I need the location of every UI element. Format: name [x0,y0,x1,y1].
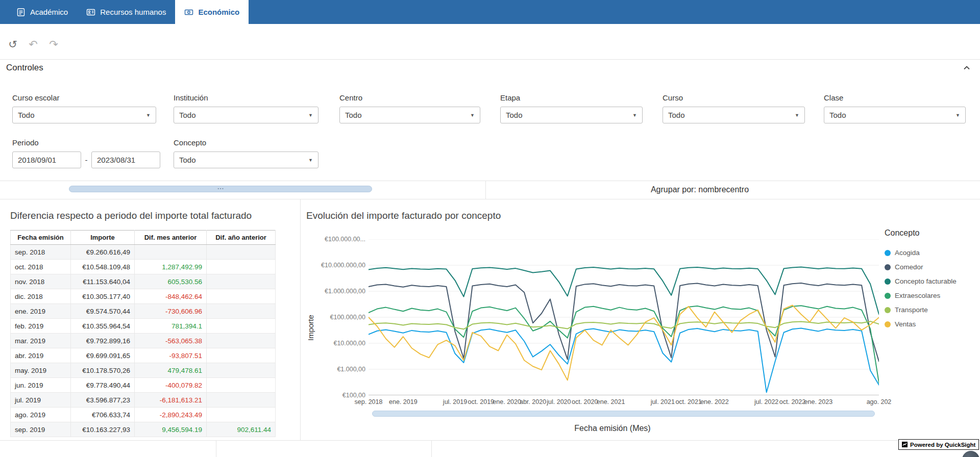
cell-importe: €10.548.109,48 [71,260,135,274]
y-axis-label: €1.000,00 [286,365,365,373]
table-row: abr. 2019€9.699.091,65-93,807.51 [11,348,276,363]
powered-by-quicksight-badge[interactable]: Powered by QuickSight [898,439,979,450]
legend-label: Transporte [895,306,928,314]
dropdown-value: Todo [668,111,685,119]
legend-item-transporte[interactable]: Transporte [885,306,979,314]
filter-institucion: InstituciónTodo▼ [174,93,318,123]
chevron-down-icon: ▼ [146,113,151,118]
table-row: ene. 2019€9.574.570,44-730,606.96 [11,304,276,319]
table-row: jun. 2019€9.778.490,44-400,079.82 [11,378,276,393]
legend-title: Concepto [885,229,979,238]
y-axis-label: €100.000,00 [286,313,365,321]
filter-centro: CentroTodo▼ [339,93,480,123]
filter-concepto: ConceptoTodo▼ [174,138,318,168]
x-axis-label: jul. 2021 [651,398,675,405]
quicksight-mascot-button[interactable] [962,451,979,457]
cell-fecha: sep. 2018 [11,245,71,260]
filter-label: Curso escolar [12,93,156,102]
cell-dif-mes: -563,065.38 [135,334,207,348]
legend-item-acogida[interactable]: Acogida [885,249,979,257]
series-line-ventas[interactable] [369,305,879,380]
column-header-importe[interactable]: Importe [71,231,135,245]
divider [0,199,980,199]
cell-dif-mes: 479,478.61 [135,363,207,378]
horizontal-scrollbar[interactable]: ⋯ [69,186,372,192]
cell-dif-mes: 781,394.1 [135,319,207,334]
chevron-down-icon: ▼ [955,113,960,118]
column-header-fecha-emision[interactable]: Fecha emisión [11,231,71,245]
column-header-dif-ano-anterior[interactable]: Dif. año anterior [207,231,276,245]
filter-label: Etapa [500,93,643,102]
column-header-dif-mes-anterior[interactable]: Dif. mes anterior [135,231,207,245]
x-axis-label: oct. 2021 [675,398,701,405]
x-axis-label: jul. 2022 [754,398,778,405]
cell-dif-mes: -400,079.82 [135,378,207,393]
x-axis-label: ene. 2023 [804,398,833,405]
legend-label: Comedor [895,263,923,271]
reset-icon[interactable]: ↺ [5,37,20,52]
dropdown-value: Todo [345,111,362,119]
cell-dif-ano: 902,611.44 [207,422,276,437]
cell-dif-ano [207,408,276,422]
cell-fecha: sep. 2019 [11,422,71,437]
legend-item-comedor[interactable]: Comedor [885,263,979,271]
powered-by-label: Powered by QuickSight [910,442,975,448]
tab-academico[interactable]: Académico [7,0,77,24]
x-axis-label: oct. 2022 [779,398,805,405]
legend-dot [885,278,891,285]
dropdown-etapa[interactable]: Todo▼ [500,107,643,123]
divider [0,59,980,60]
tab-bar: AcadémicoRecursos humanosEconómico [0,0,980,24]
table-row: jul. 2019€3.596.877,23-6,181,613.21 [11,393,276,408]
cell-dif-ano [207,304,276,319]
period-separator: - [84,156,88,164]
legend-label: Ventas [895,320,916,328]
redo-icon[interactable]: ↷ [46,37,61,52]
table-row: dic. 2018€10.305.177,40-848,462.64 [11,289,276,304]
period-end-input[interactable] [91,151,160,168]
cell-importe: €10.178.570,26 [71,363,135,378]
legend-item-extraescolares[interactable]: Extraescolares [885,292,979,299]
x-axis-label: jul. 2020 [547,398,571,405]
dropdown-value: Todo [18,111,35,119]
table-row: sep. 2018€9.260.616,49 [11,245,276,260]
legend-dot [885,321,891,327]
legend-item-ventas[interactable]: Ventas [885,320,979,328]
cell-dif-ano [207,319,276,334]
cell-importe: €9.574.570,44 [71,304,135,319]
cell-importe: €10.163.227,93 [71,422,135,437]
dropdown-institucion[interactable]: Todo▼ [174,107,318,123]
divider [0,440,980,441]
table-row: oct. 2018€10.548.109,481,287,492.99 [11,260,276,274]
filter-etapa: EtapaTodo▼ [500,93,643,123]
dropdown-value: Todo [506,111,523,119]
series-line-concepto-facturable[interactable] [369,267,879,315]
filter-clase: ClaseTodo▼ [824,93,966,123]
tab-recursos-humanos[interactable]: Recursos humanos [77,0,175,24]
period-start-input[interactable] [12,151,81,168]
cell-dif-ano [207,363,276,378]
dropdown-curso-escolar[interactable]: Todo▼ [12,107,156,123]
panel-divider [431,441,432,457]
chart-horizontal-scrollbar[interactable] [372,411,875,417]
tab-economico[interactable]: Económico [175,0,249,24]
chevron-up-icon[interactable] [961,62,973,74]
series-line-comedor[interactable] [369,283,879,362]
filter-label: Institución [174,93,318,102]
cell-importe: €10.355.964,54 [71,319,135,334]
dropdown-curso[interactable]: Todo▼ [663,107,805,123]
dropdown-value: Todo [829,111,846,119]
chevron-down-icon: ▼ [308,113,313,118]
clipboard-check-icon [16,8,26,17]
dropdown-centro[interactable]: Todo▼ [339,107,480,123]
table-row: feb. 2019€10.355.964,54781,394.1 [11,319,276,334]
dropdown-concepto[interactable]: Todo▼ [174,151,318,168]
legend-label: Extraescolares [895,292,940,299]
dropdown-clase[interactable]: Todo▼ [824,107,966,123]
cell-fecha: oct. 2018 [11,260,71,274]
cell-dif-mes: -2,890,243.49 [135,408,207,422]
line-chart[interactable] [369,239,879,395]
series-line-acogida[interactable] [369,328,879,392]
legend-item-concepto-facturable[interactable]: Concepto facturable [885,277,979,285]
undo-icon[interactable]: ↶ [26,37,41,52]
